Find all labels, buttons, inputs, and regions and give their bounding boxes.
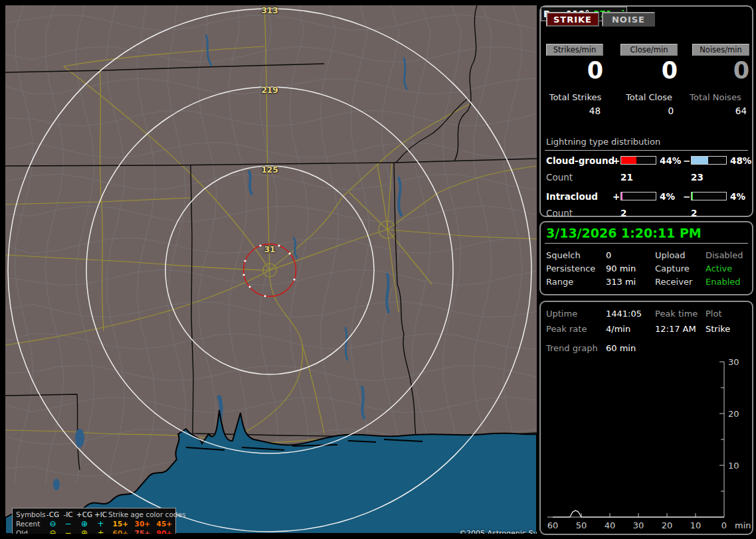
neg-cg-old-icon: ⊖ [45,530,60,534]
ring-label-125: 125 [261,165,278,175]
map-canvas [5,5,537,534]
age-15-label: 15+ [108,520,131,528]
ring-label-313: 313 [261,6,278,15]
neg-ic-old-icon: − [60,530,76,534]
strikes-per-min-chip: Strikes/min [546,44,603,56]
strike-counters-panel: STRIKE NOISE Bng 119°371mi Strikes/min C… [539,5,753,217]
upload-value: Disabled [706,250,743,260]
lightning-detector-app: 313 219 125 31 Symbols -CG -IC +CG +IC S… [0,0,756,539]
uptime-value: 1441:05 [606,309,642,319]
noise-mode-button[interactable]: NOISE [602,12,655,27]
peak-rate-label: Peak rate [546,324,587,334]
trend-graph-label: Trend graph [546,343,598,353]
x-tick-40: 40 [605,520,616,530]
total-strikes-value: 48 [543,106,601,116]
x-tick-30: 30 [633,520,644,530]
persistence-label: Persistence [546,264,595,273]
ic-negative-count: 2 [691,208,697,218]
cg-negative-count: 23 [691,172,704,183]
neg-ic-recent-icon: − [60,520,76,527]
x-tick-50: 50 [576,520,587,530]
close-per-min-chip: Close/min [620,44,678,56]
strikes-per-min-counter: 0 [546,57,603,85]
legend-recent-label: Recent [16,520,45,528]
count-label: Count [546,172,573,183]
strike-mode-button[interactable]: STRIKE [546,12,599,27]
ring-label-31: 31 [264,245,276,254]
datetime-divider [545,243,748,244]
pos-ic-old-icon: + [93,530,108,534]
total-noises-value: 64 [682,106,747,116]
copyright-text: ©2005 Astrogenic Systems [459,529,537,534]
y-tick-30: 30 [728,357,739,367]
range-label: Range [546,277,573,287]
strike-map: 313 219 125 31 Symbols -CG -IC +CG +IC S… [5,5,537,534]
x-axis-unit: min [735,520,751,530]
y-tick-20: 20 [728,409,739,419]
age-90-label: 90+ [153,529,175,534]
capture-value: Active [706,264,732,273]
trend-axes [547,362,724,517]
ic-negative-pct: 4% [730,191,745,202]
cloud-ground-label: Cloud-ground [546,155,614,166]
receiver-value: Enabled [706,277,741,287]
ic-positive-fill [621,193,622,200]
minus-sign: − [683,155,690,166]
persistence-value: 90 min [606,264,636,273]
ic-positive-pct: 4% [660,191,675,202]
age-45-label: 45+ [153,520,175,528]
cg-positive-fill [621,157,636,164]
x-tick-20: 20 [662,520,673,530]
age-75-label: 75+ [131,529,153,534]
range-value: 313 mi [606,277,636,287]
cloud-ground-row: Cloud-ground + 44% − 48% [541,155,752,166]
distribution-divider [545,150,748,151]
legend-old-label: Old [16,529,45,534]
minus-sign: − [683,191,690,202]
total-strikes-label: Total Strikes [543,92,607,102]
neg-cg-recent-icon: ⊖ [45,520,60,527]
ic-negative-fill [692,193,693,200]
cg-negative-bar [691,156,727,165]
cg-positive-count: 21 [620,172,633,183]
ring-label-219: 219 [261,86,278,95]
uptime-label: Uptime [546,309,577,319]
pos-cg-recent-icon: ⊕ [76,520,93,527]
legend-col-pos-ic: +IC [93,510,108,518]
ic-negative-bar [691,192,727,200]
count-label: Count [546,208,573,218]
intracloud-label: Intracloud [546,191,598,202]
pos-ic-recent-icon: + [93,520,108,527]
peak-time-label: Peak time [655,309,698,319]
distribution-title: Lightning type distribution [546,137,660,147]
stats-trend-panel: Uptime 1441:05 Peak time Plot Peak rate … [539,301,753,535]
peak-time-value: 12:17 AM [655,324,696,334]
x-tick-60: 60 [547,520,559,530]
datetime-display: 3/13/2026 1:20:11 PM [546,226,702,240]
noises-per-min-chip: Noises/min [692,44,749,56]
cg-negative-pct: 48% [730,155,751,166]
ic-positive-bar [620,192,656,200]
squelch-value: 0 [606,250,611,260]
pos-cg-old-icon: ⊕ [76,530,93,534]
total-close-value: 0 [618,106,674,116]
y-tick-10: 10 [728,461,739,471]
status-panel: 3/13/2026 1:20:11 PM Squelch 0 Upload Di… [539,221,753,295]
x-tick-0: 0 [721,520,727,530]
intracloud-row: Intracloud + 4% − 4% [541,191,752,202]
symbols-legend: Symbols -CG -IC +CG +IC Strike age color… [12,508,176,534]
age-30-label: 30+ [131,520,153,528]
trend-graph: 30 20 10 60 50 40 30 20 10 0 min [541,355,755,534]
legend-symbols-header: Symbols [16,510,45,518]
squelch-label: Squelch [546,250,581,260]
ic-positive-count: 2 [620,208,626,218]
trend-graph-value: 60 min [606,343,636,353]
plot-value: Strike [706,324,730,334]
cg-positive-bar [620,156,656,165]
total-close-label: Total Close [618,92,680,102]
cg-negative-fill [692,157,708,164]
close-per-min-counter: 0 [620,57,678,85]
upload-label: Upload [655,250,686,260]
plot-label: Plot [706,309,722,319]
legend-col-neg-cg: -CG [45,510,60,518]
